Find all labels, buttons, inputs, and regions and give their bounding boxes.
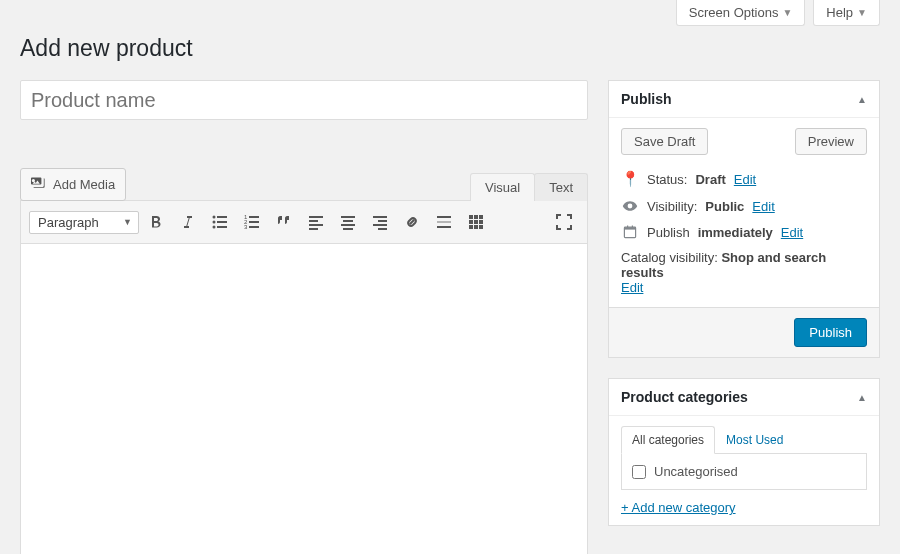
cat-tab-all[interactable]: All categories: [621, 426, 715, 454]
svg-rect-7: [249, 216, 259, 218]
svg-rect-31: [474, 220, 478, 224]
editor-toolbar: Paragraph ▼ 123: [21, 201, 587, 244]
add-media-label: Add Media: [53, 177, 115, 192]
publish-button[interactable]: Publish: [794, 318, 867, 347]
svg-rect-24: [437, 216, 451, 218]
category-label: Uncategorised: [654, 464, 738, 479]
format-select[interactable]: Paragraph ▼: [29, 211, 139, 234]
svg-point-0: [213, 216, 216, 219]
add-new-category-link[interactable]: + Add new category: [621, 500, 736, 515]
svg-rect-15: [309, 228, 318, 230]
category-checkbox[interactable]: [632, 465, 646, 479]
help-tab[interactable]: Help ▼: [813, 0, 880, 26]
categories-box: Product categories ▲ All categories Most…: [608, 378, 880, 526]
publish-value: immediately: [698, 225, 773, 240]
edit-status-link[interactable]: Edit: [734, 172, 756, 187]
svg-rect-28: [474, 215, 478, 219]
status-value: Draft: [695, 172, 725, 187]
readmore-button[interactable]: [429, 207, 459, 237]
svg-rect-16: [341, 216, 355, 218]
edit-publish-link[interactable]: Edit: [781, 225, 803, 240]
svg-rect-1: [217, 216, 227, 218]
categories-box-toggle[interactable]: Product categories ▲: [609, 379, 879, 416]
svg-rect-9: [249, 221, 259, 223]
category-list: Uncategorised: [621, 453, 867, 490]
numbered-list-button[interactable]: 123: [237, 207, 267, 237]
svg-rect-32: [479, 220, 483, 224]
svg-rect-34: [474, 225, 478, 229]
align-left-button[interactable]: [301, 207, 331, 237]
align-center-button[interactable]: [333, 207, 363, 237]
product-name-input[interactable]: [20, 80, 588, 120]
publish-box: Publish ▲ Save Draft Preview 📍 Status: D…: [608, 80, 880, 358]
screen-options-label: Screen Options: [689, 5, 779, 20]
eye-icon: [621, 198, 639, 214]
quote-button[interactable]: [269, 207, 299, 237]
help-label: Help: [826, 5, 853, 20]
publish-box-toggle[interactable]: Publish ▲: [609, 81, 879, 118]
media-icon: [31, 175, 47, 194]
link-button[interactable]: [397, 207, 427, 237]
svg-rect-3: [217, 221, 227, 223]
page-title: Add new product: [0, 26, 900, 66]
publish-label: Publish: [647, 225, 690, 240]
editor-tab-visual[interactable]: Visual: [470, 173, 535, 201]
svg-rect-30: [469, 220, 473, 224]
category-item-uncategorised[interactable]: Uncategorised: [632, 464, 856, 479]
catalog-label: Catalog visibility:: [621, 250, 718, 265]
publish-heading: Publish: [621, 91, 672, 107]
caret-down-icon: ▼: [782, 7, 792, 18]
svg-rect-37: [624, 227, 635, 229]
triangle-up-icon: ▲: [857, 392, 867, 403]
svg-rect-5: [217, 226, 227, 228]
svg-rect-35: [479, 225, 483, 229]
fullscreen-button[interactable]: [549, 207, 579, 237]
save-draft-button[interactable]: Save Draft: [621, 128, 708, 155]
pin-icon: 📍: [621, 170, 639, 188]
svg-rect-25: [437, 221, 451, 223]
screen-options-tab[interactable]: Screen Options ▼: [676, 0, 806, 26]
svg-rect-33: [469, 225, 473, 229]
format-select-label: Paragraph: [38, 215, 99, 230]
editor-tab-text[interactable]: Text: [534, 173, 588, 201]
caret-down-icon: ▼: [857, 7, 867, 18]
svg-rect-19: [343, 228, 353, 230]
svg-rect-22: [373, 224, 387, 226]
triangle-up-icon: ▲: [857, 94, 867, 105]
svg-rect-20: [373, 216, 387, 218]
svg-rect-12: [309, 216, 323, 218]
add-media-button[interactable]: Add Media: [20, 168, 126, 201]
caret-down-icon: ▼: [123, 217, 132, 227]
svg-rect-17: [343, 220, 353, 222]
visibility-label: Visibility:: [647, 199, 697, 214]
bold-button[interactable]: [141, 207, 171, 237]
svg-point-2: [213, 221, 216, 224]
toolbar-toggle-button[interactable]: [461, 207, 491, 237]
svg-point-4: [213, 226, 216, 229]
svg-rect-13: [309, 220, 318, 222]
preview-button[interactable]: Preview: [795, 128, 867, 155]
edit-catalog-link[interactable]: Edit: [621, 280, 643, 295]
italic-button[interactable]: [173, 207, 203, 237]
svg-rect-21: [378, 220, 387, 222]
edit-visibility-link[interactable]: Edit: [752, 199, 774, 214]
cat-tab-most-used[interactable]: Most Used: [715, 426, 794, 454]
svg-rect-23: [378, 228, 387, 230]
categories-heading: Product categories: [621, 389, 748, 405]
svg-rect-11: [249, 226, 259, 228]
svg-rect-18: [341, 224, 355, 226]
editor-content-area[interactable]: [21, 244, 587, 554]
calendar-icon: [621, 224, 639, 240]
svg-text:3: 3: [244, 224, 248, 230]
bullet-list-button[interactable]: [205, 207, 235, 237]
svg-rect-27: [469, 215, 473, 219]
align-right-button[interactable]: [365, 207, 395, 237]
status-label: Status:: [647, 172, 687, 187]
svg-rect-29: [479, 215, 483, 219]
svg-rect-26: [437, 226, 451, 228]
svg-rect-14: [309, 224, 323, 226]
visibility-value: Public: [705, 199, 744, 214]
